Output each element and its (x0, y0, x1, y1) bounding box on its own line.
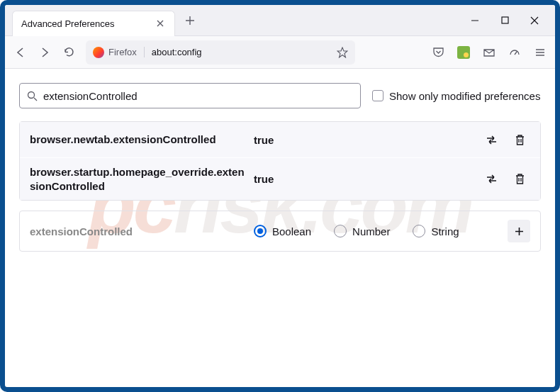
new-pref-name: extensionControlled (30, 225, 250, 237)
type-radio-group: Boolean Number String (250, 225, 508, 237)
nav-toolbar: Firefox about:config (5, 36, 555, 69)
bookmark-star-icon[interactable] (337, 47, 348, 58)
delete-button[interactable] (509, 129, 530, 150)
window-controls (470, 16, 555, 26)
svg-rect-0 (502, 17, 508, 23)
forward-button[interactable] (38, 45, 52, 60)
search-icon (27, 91, 38, 101)
content-area: Show only modified preferences browser.n… (5, 69, 555, 266)
back-button[interactable] (13, 45, 28, 60)
pocket-icon[interactable] (432, 46, 444, 59)
svg-point-1 (28, 91, 35, 98)
toggle-button[interactable] (481, 169, 502, 190)
search-box[interactable] (19, 83, 361, 108)
radio-icon (413, 225, 425, 237)
search-input[interactable] (43, 90, 353, 102)
identity-box[interactable]: Firefox (93, 47, 145, 58)
new-tab-button[interactable] (185, 16, 195, 26)
pref-row: browser.startup.homepage_override.extens… (20, 157, 540, 200)
maximize-button[interactable] (500, 16, 510, 26)
mail-icon[interactable] (483, 46, 495, 59)
tab-active[interactable]: Advanced Preferences (12, 11, 175, 36)
toggle-button[interactable] (481, 129, 502, 150)
pref-name[interactable]: browser.startup.homepage_override.extens… (30, 165, 250, 193)
close-window-button[interactable] (530, 16, 539, 26)
url-text: about:config (152, 47, 330, 57)
reload-button[interactable] (62, 45, 76, 60)
pref-value[interactable]: true (250, 173, 481, 185)
radio-number[interactable]: Number (334, 225, 390, 237)
search-row: Show only modified preferences (19, 83, 541, 108)
url-bar[interactable]: Firefox about:config (86, 40, 355, 65)
menu-icon[interactable] (534, 46, 547, 59)
checkbox-text: Show only modified preferences (389, 90, 540, 102)
show-modified-checkbox-label[interactable]: Show only modified preferences (372, 90, 540, 102)
radio-string[interactable]: String (413, 225, 459, 237)
tab-title: Advanced Preferences (21, 18, 155, 29)
identity-label: Firefox (108, 47, 145, 57)
close-tab-icon[interactable] (155, 18, 166, 29)
dashboard-icon[interactable] (508, 46, 521, 59)
pref-value[interactable]: true (250, 134, 481, 146)
radio-icon (254, 225, 267, 237)
radio-icon (334, 225, 347, 237)
radio-boolean[interactable]: Boolean (254, 225, 311, 237)
firefox-logo-icon (93, 47, 104, 58)
delete-button[interactable] (509, 169, 530, 190)
preferences-table: browser.newtab.extensionControlled true … (19, 121, 541, 201)
add-pref-button[interactable] (508, 220, 530, 242)
titlebar: Advanced Preferences (5, 5, 555, 36)
new-pref-row: extensionControlled Boolean Number Strin… (19, 211, 541, 252)
pref-row: browser.newtab.extensionControlled true (20, 122, 540, 157)
pref-name[interactable]: browser.newtab.extensionControlled (30, 133, 250, 147)
show-modified-checkbox[interactable] (372, 90, 383, 101)
minimize-button[interactable] (470, 16, 480, 26)
extension-icon[interactable] (457, 46, 470, 59)
